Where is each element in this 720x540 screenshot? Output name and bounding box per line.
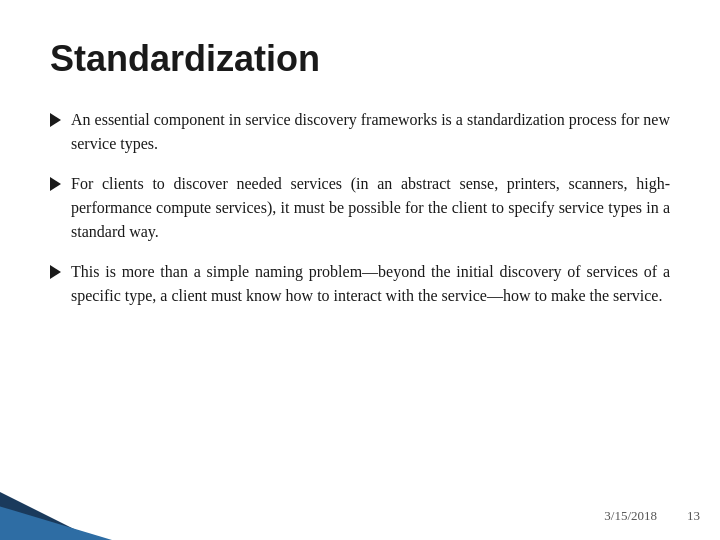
bullet-arrow-3 — [50, 265, 61, 279]
bullet-arrow-1 — [50, 113, 61, 127]
footer-date: 3/15/2018 — [604, 508, 657, 524]
slide-title: Standardization — [50, 38, 670, 80]
slide: Standardization An essential component i… — [0, 0, 720, 540]
bullet-text-3: This is more than a simple naming proble… — [71, 260, 670, 308]
footer-page-number: 13 — [687, 508, 700, 524]
bullet-item-2: For clients to discover needed services … — [50, 172, 670, 244]
footer-decoration-blue — [0, 492, 160, 540]
bullet-text-1: An essential component in service discov… — [71, 108, 670, 156]
bullet-item-3: This is more than a simple naming proble… — [50, 260, 670, 308]
bullet-list: An essential component in service discov… — [50, 108, 670, 308]
bullet-item-1: An essential component in service discov… — [50, 108, 670, 156]
bullet-arrow-2 — [50, 177, 61, 191]
bullet-text-2: For clients to discover needed services … — [71, 172, 670, 244]
slide-footer: 3/15/2018 13 — [0, 492, 720, 540]
